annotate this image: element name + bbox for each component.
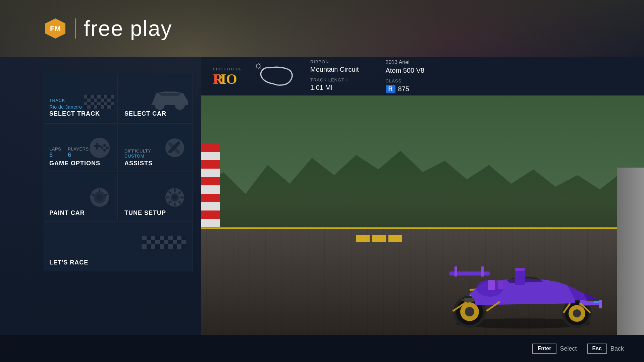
back-label: Back	[610, 345, 624, 352]
svg-rect-94	[173, 244, 177, 249]
svg-text:FM: FM	[50, 24, 61, 33]
svg-rect-73	[168, 236, 173, 240]
car-icon	[150, 86, 190, 110]
tune-icon	[160, 186, 190, 209]
assists-button[interactable]: DIFFICULTY CUSTOM ASSISTS	[119, 123, 193, 172]
svg-rect-90	[155, 244, 160, 249]
select-track-button[interactable]: TRACK Rio de Janeiro SELECT TRACK	[44, 74, 118, 122]
difficulty-label: DIFFICULTY	[124, 148, 187, 154]
svg-rect-131	[599, 300, 602, 308]
svg-point-43	[103, 144, 106, 147]
circuit-logo: CIRCUITO DE R IO R R	[211, 61, 297, 91]
car-name: Atom 500 V8	[386, 67, 425, 74]
class-badge: R 875	[386, 85, 425, 93]
svg-point-58	[173, 195, 177, 199]
svg-rect-84	[173, 240, 177, 244]
svg-point-45	[103, 149, 106, 152]
laps-value: 6	[49, 152, 61, 159]
tune-setup-button[interactable]: TUNE SETUP	[119, 173, 193, 222]
track-value: Rio de Janeiro	[49, 104, 112, 110]
svg-rect-92	[164, 244, 168, 249]
gamepad-icon	[85, 136, 115, 160]
rio-logo-icon: CIRCUITO DE R IO R R	[211, 64, 248, 88]
left-barrier	[201, 143, 220, 239]
svg-rect-96	[181, 244, 186, 249]
paint-icon	[85, 186, 115, 209]
svg-rect-42	[94, 145, 101, 147]
enter-key: Enter	[532, 344, 557, 354]
class-label: CLASS	[386, 78, 425, 83]
class-number: 875	[398, 85, 409, 93]
ribbon-value: Mountain Circuit	[310, 66, 359, 73]
road-markers	[356, 235, 402, 242]
enter-control: Enter Select	[532, 344, 577, 354]
svg-rect-93	[168, 244, 173, 249]
svg-point-44	[106, 146, 109, 149]
track-length-label: TRACK LENGTH	[310, 77, 359, 82]
difficulty-value: CUSTOM	[124, 154, 187, 159]
svg-rect-91	[160, 244, 164, 249]
class-letter: R	[386, 85, 395, 93]
svg-rect-138	[498, 281, 503, 289]
svg-rect-82	[164, 240, 168, 244]
svg-rect-71	[160, 236, 164, 240]
game-options-button[interactable]: LAPS 6 PLAYERS 6 GAME OPTIONS	[44, 123, 118, 172]
lets-race-label: LET'S RACE	[49, 259, 187, 266]
esc-control: Esc Back	[587, 344, 624, 354]
svg-rect-76	[181, 236, 186, 240]
game-options-label: GAME OPTIONS	[49, 160, 112, 167]
svg-line-107	[256, 64, 257, 64]
ribbon-label: RIBBON	[310, 59, 359, 64]
track-length-value: 1.01 MI	[310, 84, 359, 92]
svg-rect-122	[481, 266, 484, 277]
svg-text:R: R	[213, 71, 223, 87]
track-label: TRACK	[49, 98, 112, 103]
svg-rect-85	[177, 240, 181, 244]
svg-point-52	[96, 194, 103, 201]
svg-rect-69	[151, 236, 155, 240]
svg-rect-88	[147, 244, 151, 249]
bottom-controls: Enter Select Esc Back	[0, 335, 644, 362]
svg-rect-86	[181, 240, 186, 244]
svg-rect-67	[142, 236, 147, 240]
svg-rect-121	[454, 266, 457, 277]
logo-area: FM free play	[44, 16, 172, 41]
svg-rect-81	[160, 240, 164, 244]
svg-text:CIRCUITO DE: CIRCUITO DE	[213, 67, 242, 71]
info-panel: CIRCUITO DE R IO R R	[201, 57, 644, 362]
svg-point-102	[256, 64, 260, 68]
svg-point-115	[465, 307, 474, 316]
paint-car-button[interactable]: PAINT CAR	[44, 173, 118, 222]
header-divider	[75, 18, 76, 39]
car-year: 2013 Ariel	[386, 59, 425, 65]
page-title: free play	[84, 16, 172, 41]
ribbon-group: RIBBON Mountain Circuit TRACK LENGTH 1.0…	[310, 59, 359, 93]
svg-line-108	[260, 64, 261, 64]
car-svg	[423, 228, 624, 328]
svg-rect-132	[594, 301, 599, 303]
svg-rect-137	[488, 280, 495, 290]
select-car-button[interactable]: SELECT CAR	[119, 74, 193, 122]
svg-rect-72	[164, 236, 168, 240]
track-details: RIBBON Mountain Circuit TRACK LENGTH 1.0…	[310, 59, 634, 93]
car-group: 2013 Ariel Atom 500 V8 CLASS R 875	[386, 59, 425, 93]
svg-point-119	[573, 309, 581, 317]
svg-rect-74	[173, 236, 177, 240]
svg-line-110	[260, 68, 261, 68]
svg-rect-78	[147, 240, 151, 244]
svg-rect-80	[155, 240, 160, 244]
svg-point-46	[101, 146, 103, 149]
lets-race-button[interactable]: LET'S RACE	[44, 223, 193, 271]
svg-rect-83	[168, 240, 173, 244]
svg-rect-95	[177, 244, 181, 249]
track-info-bar: CIRCUITO DE R IO R R	[201, 57, 644, 96]
laps-label: LAPS	[49, 146, 61, 152]
paint-car-label: PAINT CAR	[49, 209, 112, 217]
svg-rect-75	[177, 236, 181, 240]
svg-rect-77	[142, 240, 147, 244]
select-label: Select	[560, 345, 577, 352]
tune-setup-label: TUNE SETUP	[124, 209, 187, 217]
track-outline-icon	[253, 61, 297, 91]
esc-key: Esc	[587, 344, 607, 354]
svg-rect-89	[151, 244, 155, 249]
